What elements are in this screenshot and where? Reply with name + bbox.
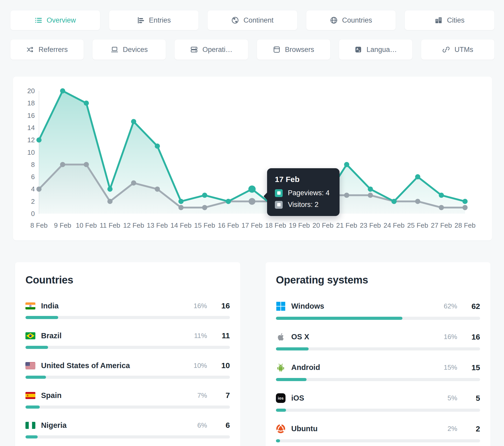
visitors-legend-chip — [275, 201, 283, 209]
y-axis-tick: 4 — [31, 185, 35, 193]
stat-percent: 16% — [194, 302, 207, 310]
x-axis-tick: 19 Feb — [289, 221, 310, 229]
chart-point[interactable] — [36, 137, 42, 143]
chart-point[interactable] — [392, 199, 397, 204]
stat-row[interactable]: Windows 62% 62 — [276, 301, 480, 320]
stat-value: 11 — [215, 331, 230, 340]
stat-percent: 15% — [444, 363, 457, 371]
chart-point[interactable] — [36, 186, 42, 192]
stat-percent: 11% — [194, 332, 207, 340]
chart-point[interactable] — [415, 199, 420, 204]
flag-brazil-icon — [25, 332, 35, 339]
tab-label: Operati… — [202, 46, 233, 54]
tab-referrers[interactable]: Referrers — [10, 39, 84, 60]
entries-icon — [137, 16, 144, 24]
tab-langua[interactable]: AZLangua… — [339, 39, 412, 60]
chart-point[interactable] — [84, 162, 89, 167]
chart-point[interactable] — [60, 88, 65, 93]
tab-devices[interactable]: Devices — [92, 39, 166, 60]
countries-panel: Countries India 16% 16 Brazil 11% 11 Uni… — [15, 262, 240, 446]
tab-label: Overview — [47, 16, 76, 24]
operating-systems-panel: Operating systems Windows 62% 62 OS X 16… — [266, 262, 490, 446]
stat-progress-bar — [276, 378, 480, 381]
tab-overview[interactable]: Overview — [10, 10, 100, 30]
stat-row[interactable]: India 16% 16 — [25, 301, 230, 319]
chart-point[interactable] — [107, 186, 112, 192]
chart-point[interactable] — [368, 186, 373, 192]
server-icon — [190, 46, 198, 53]
chart-point[interactable] — [84, 100, 89, 106]
ubuntu-icon — [276, 424, 286, 434]
tab-label: Entries — [149, 16, 171, 24]
chart-point[interactable] — [155, 144, 160, 149]
chart-point[interactable] — [202, 205, 207, 210]
tab-browsers[interactable]: Browsers — [257, 39, 330, 60]
link-icon — [442, 46, 450, 53]
stat-progress-bar — [25, 346, 230, 349]
stat-row[interactable]: Ubuntu 2% 2 — [276, 424, 480, 442]
stat-percent: 16% — [444, 333, 457, 341]
chart-point[interactable] — [368, 193, 373, 198]
chart-point[interactable] — [248, 185, 256, 193]
y-axis-tick: 16 — [27, 112, 35, 119]
tab-label: Browsers — [285, 46, 314, 54]
stat-name: Android — [291, 363, 438, 372]
tab-entries[interactable]: Entries — [109, 10, 199, 30]
stat-row[interactable]: Nigeria 6% 6 — [25, 421, 230, 438]
shuffle-icon — [26, 46, 34, 53]
stat-value: 15 — [466, 363, 480, 372]
x-axis-tick: 11 Feb — [100, 221, 120, 229]
chart-point[interactable] — [202, 193, 207, 198]
flag-spain-icon — [25, 392, 35, 399]
chart-point[interactable] — [107, 199, 112, 204]
chart-point[interactable] — [415, 174, 420, 179]
stat-row[interactable]: Spain 7% 7 — [25, 391, 230, 409]
chart-point[interactable] — [178, 205, 184, 210]
tab-operati[interactable]: Operati… — [175, 39, 248, 60]
chart-point[interactable] — [462, 199, 468, 204]
chart-point[interactable] — [178, 199, 184, 204]
chart-point[interactable] — [131, 119, 136, 124]
chart-point[interactable] — [226, 199, 231, 204]
chart-point[interactable] — [344, 162, 349, 167]
x-axis-tick: 9 Feb — [54, 221, 71, 229]
tab-cities[interactable]: Cities — [405, 10, 494, 30]
x-axis-tick: 15 Feb — [194, 221, 215, 229]
chart-point[interactable] — [439, 205, 444, 210]
buildings-icon — [435, 16, 442, 24]
stat-percent: 5% — [447, 394, 457, 402]
chart-point[interactable] — [344, 193, 349, 198]
stat-progress-bar — [276, 317, 480, 320]
x-axis: 8 Feb9 Feb10 Feb11 Feb12 Feb13 Feb14 Feb… — [30, 221, 476, 229]
chart-point[interactable] — [249, 198, 255, 205]
chart-point[interactable] — [462, 205, 468, 210]
tooltip-row: Visitors: 2 — [275, 201, 331, 209]
stat-row[interactable]: United States of America 10% 10 — [25, 361, 230, 379]
browser-icon — [273, 46, 281, 53]
operating-systems-panel-title: Operating systems — [276, 274, 480, 286]
tab-countries[interactable]: Countries — [306, 10, 396, 30]
chart-point[interactable] — [439, 193, 444, 198]
chart-point[interactable] — [155, 186, 160, 192]
x-axis-tick: 28 Feb — [455, 221, 476, 229]
x-axis-tick: 27 Feb — [431, 221, 452, 229]
stat-name: Windows — [291, 302, 438, 310]
stat-row[interactable]: ios iOS 5% 5 — [276, 393, 480, 412]
tab-label: Referrers — [38, 46, 68, 54]
filter-tabs-row-2: ReferrersDevicesOperati…BrowsersAZLangua… — [10, 39, 494, 60]
stat-row[interactable]: Android 15% 15 — [276, 363, 480, 381]
chart-tooltip: 17 FebPageviews: 4Visitors: 2 — [267, 168, 340, 216]
tooltip-metric: Visitors: 2 — [288, 201, 319, 209]
y-axis-tick: 18 — [27, 99, 35, 107]
stat-row[interactable]: OS X 16% 16 — [276, 332, 480, 350]
y-axis-tick: 8 — [31, 161, 35, 168]
x-axis-tick: 24 Feb — [383, 221, 404, 229]
stat-progress-bar — [25, 406, 230, 409]
stat-row[interactable]: Brazil 11% 11 — [25, 331, 230, 349]
tab-label: Langua… — [367, 46, 397, 54]
tab-continent[interactable]: Continent — [208, 10, 297, 30]
stat-value: 16 — [215, 301, 230, 310]
chart-point[interactable] — [60, 162, 65, 167]
tab-utms[interactable]: UTMs — [421, 39, 494, 60]
chart-point[interactable] — [131, 180, 136, 186]
